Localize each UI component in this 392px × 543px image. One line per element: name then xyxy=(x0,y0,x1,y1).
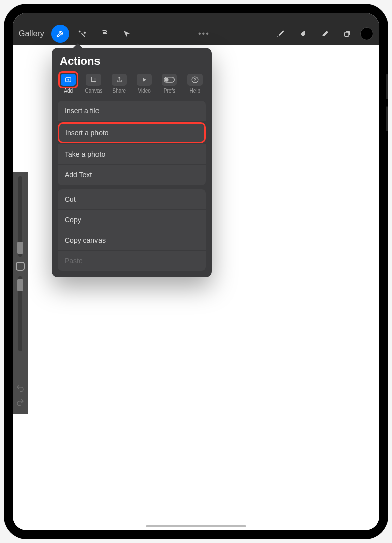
layers-button[interactable] xyxy=(338,25,356,43)
smudge-icon xyxy=(299,29,308,38)
selection-button[interactable] xyxy=(95,25,114,43)
side-sliders xyxy=(13,172,28,414)
eraser-button[interactable] xyxy=(316,25,334,43)
svg-rect-1 xyxy=(345,32,349,36)
toggle-icon xyxy=(164,77,175,83)
status-bar xyxy=(13,13,379,23)
wrench-icon xyxy=(56,29,65,38)
brush-icon xyxy=(276,29,285,38)
eraser-icon xyxy=(321,29,330,38)
redo-icon[interactable] xyxy=(16,398,25,407)
play-icon xyxy=(141,76,148,83)
gallery-button[interactable]: Gallery xyxy=(19,29,44,38)
svg-point-5 xyxy=(165,78,169,81)
menu-copy[interactable]: Copy xyxy=(58,210,206,230)
layers-icon xyxy=(343,29,352,38)
svg-text:?: ? xyxy=(193,78,196,82)
menu-add-text[interactable]: Add Text xyxy=(58,165,206,185)
menu-insert-photo[interactable]: Insert a photo xyxy=(58,122,206,143)
color-button[interactable] xyxy=(360,27,373,40)
opacity-slider[interactable] xyxy=(18,276,22,351)
ellipsis-icon[interactable]: ••• xyxy=(198,29,210,38)
wand-icon xyxy=(78,29,87,38)
tab-help[interactable]: ? Help xyxy=(185,74,205,94)
actions-tab-row: Add Canvas Share Video Prefs xyxy=(58,74,206,94)
menu-copy-canvas[interactable]: Copy canvas xyxy=(58,230,206,251)
ipad-screen: Gallery ••• xyxy=(13,13,379,530)
actions-popover: Actions Add Canvas Share xyxy=(52,48,212,277)
help-icon: ? xyxy=(191,76,199,83)
share-icon xyxy=(116,76,123,83)
brush-button[interactable] xyxy=(272,25,290,43)
tab-label: Help xyxy=(190,88,201,94)
actions-button[interactable] xyxy=(51,25,69,43)
menu-section-clipboard: Cut Copy Copy canvas Paste xyxy=(58,189,206,271)
tab-label: Share xyxy=(112,88,126,94)
tab-canvas[interactable]: Canvas xyxy=(84,74,103,94)
smudge-button[interactable] xyxy=(294,25,312,43)
add-image-icon xyxy=(64,76,72,83)
slider-modifier-button[interactable] xyxy=(16,262,25,271)
tab-label: Canvas xyxy=(85,88,103,94)
transform-button[interactable] xyxy=(118,25,136,43)
ipad-frame: Gallery ••• xyxy=(4,4,388,539)
popover-title: Actions xyxy=(60,55,204,68)
menu-cut[interactable]: Cut xyxy=(58,189,206,210)
arrow-icon xyxy=(122,29,131,38)
menu-section-insert: Insert a file Insert a photo Take a phot… xyxy=(58,101,206,185)
menu-paste: Paste xyxy=(58,251,206,271)
brush-size-slider[interactable] xyxy=(18,176,22,257)
menu-take-photo[interactable]: Take a photo xyxy=(58,144,206,165)
tab-prefs[interactable]: Prefs xyxy=(160,74,179,94)
adjustments-button[interactable] xyxy=(73,25,91,43)
home-indicator[interactable] xyxy=(146,525,246,527)
tab-label: Add xyxy=(64,88,73,94)
tab-label: Prefs xyxy=(164,88,175,94)
tab-label: Video xyxy=(138,88,150,94)
tab-share[interactable]: Share xyxy=(110,74,129,94)
top-toolbar: Gallery ••• xyxy=(13,23,379,45)
undo-icon[interactable] xyxy=(16,384,25,393)
crop-icon xyxy=(90,76,97,83)
menu-insert-file[interactable]: Insert a file xyxy=(58,101,206,121)
selection-icon xyxy=(100,29,109,38)
tab-video[interactable]: Video xyxy=(135,74,154,94)
tab-add[interactable]: Add xyxy=(59,74,78,94)
